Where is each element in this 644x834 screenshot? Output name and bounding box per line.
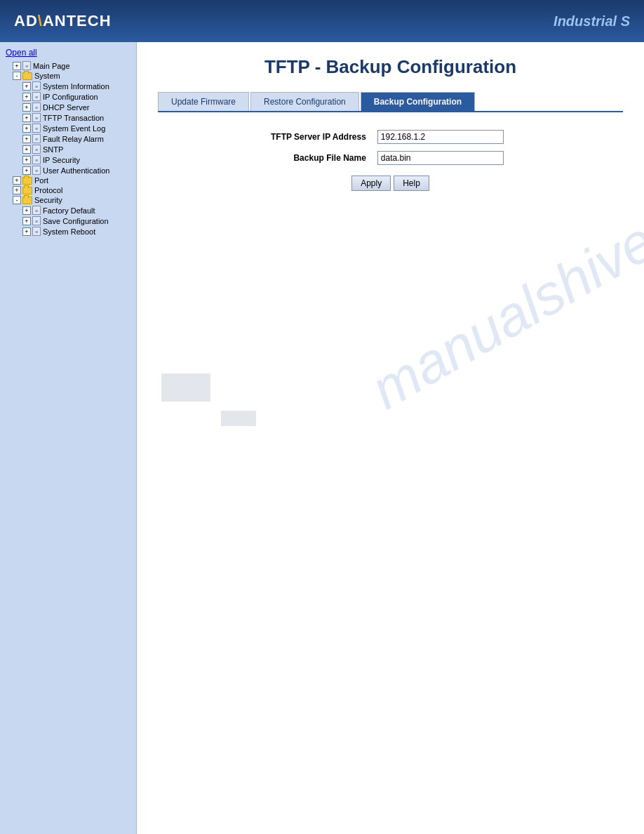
ghost-block-1 (161, 373, 210, 402)
page-icon: ≡ (32, 227, 41, 236)
sidebar-label-ip-security: IP Security (43, 156, 80, 164)
sidebar-item-sntp[interactable]: + ≡ SNTP (3, 144, 133, 154)
backup-form: TFTP Server IP Address Backup File Name (243, 126, 538, 168)
sidebar-label-system-event-log: System Event Log (43, 124, 105, 133)
page-title: TFTP - Backup Configuration (158, 56, 623, 78)
sidebar-label-dhcp-server: DHCP Server (43, 103, 89, 112)
sidebar-item-factory-default[interactable]: + ≡ Factory Default (3, 205, 133, 216)
main-content: manualshive.com TFTP - Backup Configurat… (137, 42, 644, 834)
sidebar-label-sntp: SNTP (43, 145, 63, 154)
expand-icon[interactable]: + (22, 217, 31, 225)
tab-backup-configuration[interactable]: Backup Configuration (361, 92, 475, 111)
folder-icon (22, 72, 32, 80)
sidebar-label-user-authentication: User Authentication (43, 166, 109, 175)
expand-icon[interactable]: + (22, 135, 31, 143)
sidebar-item-ip-configuration[interactable]: + ≡ IP Configuration (3, 91, 133, 102)
expand-icon[interactable]: + (22, 227, 31, 236)
page-icon: ≡ (32, 166, 41, 175)
logo: AD\ANTECH (14, 12, 112, 30)
expand-icon[interactable]: - (13, 196, 21, 204)
expand-icon[interactable]: + (22, 145, 31, 154)
header: AD\ANTECH Industrial S (0, 0, 644, 42)
sidebar-item-protocol[interactable]: + Protocol (3, 185, 133, 195)
page-icon: ≡ (32, 124, 41, 133)
sidebar-label-system-reboot: System Reboot (43, 227, 95, 236)
header-subtitle: Industrial S (554, 13, 630, 29)
backup-file-input[interactable] (377, 151, 504, 165)
expand-icon[interactable]: + (22, 93, 31, 101)
page-icon: ≡ (22, 61, 31, 70)
backup-file-row: Backup File Name (243, 147, 538, 168)
folder-icon (22, 197, 32, 204)
page-icon: ≡ (32, 206, 41, 215)
sidebar-item-dhcp-server[interactable]: + ≡ DHCP Server (3, 102, 133, 112)
page-icon: ≡ (32, 102, 41, 112)
sidebar-item-port[interactable]: + Port (3, 176, 133, 185)
folder-icon (22, 177, 32, 185)
page-icon: ≡ (32, 145, 41, 154)
apply-button[interactable]: Apply (351, 176, 391, 191)
sidebar-item-ip-security[interactable]: + ≡ IP Security (3, 154, 133, 165)
sidebar-item-tftp-transaction[interactable]: + ≡ TFTP Transaction (3, 112, 133, 123)
sidebar-label-system-information: System Information (43, 82, 109, 91)
sidebar-label-ip-configuration: IP Configuration (43, 93, 98, 101)
expand-icon[interactable]: + (22, 166, 31, 175)
help-button[interactable]: Help (394, 176, 429, 191)
sidebar-item-user-authentication[interactable]: + ≡ User Authentication (3, 165, 133, 176)
page-icon: ≡ (32, 155, 41, 164)
sidebar-item-save-configuration[interactable]: + ≡ Save Configuration (3, 216, 133, 226)
main-layout: Open all + ≡ Main Page - System + ≡ Syst… (0, 42, 644, 834)
sidebar-label-fault-relay-alarm: Fault Relay Alarm (43, 135, 104, 143)
sidebar-item-system-event-log[interactable]: + ≡ System Event Log (3, 123, 133, 133)
page-icon: ≡ (32, 113, 41, 122)
sidebar-label-system: System (34, 72, 60, 80)
tab-update-firmware[interactable]: Update Firmware (158, 92, 249, 111)
tftp-server-input[interactable] (377, 130, 504, 144)
expand-icon[interactable]: - (13, 72, 21, 80)
sidebar-item-fault-relay-alarm[interactable]: + ≡ Fault Relay Alarm (3, 133, 133, 144)
sidebar-label-port: Port (34, 176, 48, 185)
sidebar-label-factory-default: Factory Default (43, 206, 95, 215)
sidebar-item-system-reboot[interactable]: + ≡ System Reboot (3, 226, 133, 237)
expand-icon[interactable]: + (22, 103, 31, 112)
page-icon: ≡ (32, 92, 41, 101)
expand-icon[interactable]: + (22, 82, 31, 91)
sidebar-item-system[interactable]: - System (3, 71, 133, 81)
backup-file-label: Backup File Name (243, 147, 372, 168)
sidebar-label-save-configuration: Save Configuration (43, 217, 109, 225)
page-icon: ≡ (32, 216, 41, 225)
sidebar-item-main-page[interactable]: + ≡ Main Page (3, 60, 133, 71)
expand-icon[interactable]: + (22, 124, 31, 133)
tftp-server-row: TFTP Server IP Address (243, 126, 538, 147)
tab-bar: Update Firmware Restore Configuration Ba… (158, 92, 623, 112)
sidebar-item-system-information[interactable]: + ≡ System Information (3, 81, 133, 91)
button-row: Apply Help (158, 176, 623, 191)
expand-icon[interactable]: + (13, 176, 21, 185)
page-icon: ≡ (32, 134, 41, 143)
expand-icon[interactable]: + (22, 156, 31, 164)
open-all-link[interactable]: Open all (3, 48, 133, 58)
sidebar-label-tftp-transaction: TFTP Transaction (43, 114, 104, 122)
tftp-server-label: TFTP Server IP Address (243, 126, 372, 147)
sidebar-label-security: Security (34, 196, 62, 204)
expand-icon[interactable]: + (22, 206, 31, 215)
folder-icon (22, 187, 32, 194)
expand-icon[interactable]: + (22, 114, 31, 122)
sidebar-label-main-page: Main Page (33, 62, 70, 70)
ghost-block-2 (221, 411, 256, 426)
sidebar-label-protocol: Protocol (34, 186, 62, 194)
expand-icon[interactable]: + (13, 62, 21, 70)
page-icon: ≡ (32, 81, 41, 91)
sidebar-item-security[interactable]: - Security (3, 195, 133, 205)
expand-icon[interactable]: + (13, 186, 21, 194)
sidebar: Open all + ≡ Main Page - System + ≡ Syst… (0, 42, 137, 834)
tab-restore-configuration[interactable]: Restore Configuration (250, 92, 359, 111)
